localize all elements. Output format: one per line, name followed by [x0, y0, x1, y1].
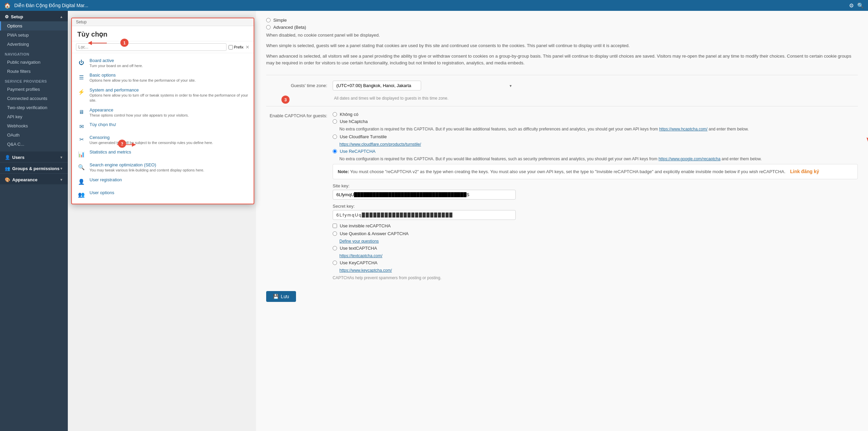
users-chevron: ▼	[60, 156, 63, 159]
captcha-radio-recaptcha[interactable]	[333, 149, 337, 153]
twostep-label: Two-step verification	[7, 105, 47, 110]
note-text: You must choose "reCAPTCHA v2" as the ty…	[350, 169, 786, 174]
timezone-select[interactable]: (UTC+07:00) Bangkok, Hanoi, Jakarta	[333, 81, 421, 90]
user-reg-title: User registration	[90, 177, 248, 182]
modal-search-input[interactable]	[76, 43, 226, 51]
settings-main: Simple Advanced (Beta) When disabled, no…	[256, 11, 868, 431]
hcaptcha-desc: No extra configuration is required for t…	[339, 126, 858, 132]
captcha-qa-label: Use Question & Answer CAPTCHA	[340, 231, 409, 236]
setup-icon: ⚙	[5, 14, 9, 19]
sidebar-item-options[interactable]: Options	[0, 21, 68, 30]
turnstile-link-row: https://www.cloudflare.com/products/turn…	[339, 141, 858, 147]
captcha-radio-hcaptcha[interactable]	[333, 119, 337, 124]
service-group-label: Service providers	[0, 76, 68, 85]
captcha-radio-key[interactable]	[333, 261, 337, 265]
captcha-radio-qa[interactable]	[333, 231, 337, 236]
link-register: Link đăng ký	[790, 169, 819, 174]
text-captcha-link[interactable]: https://textcaptcha.com/	[339, 253, 382, 258]
radio-advanced[interactable]	[266, 25, 271, 29]
sidebar-item-route-filters[interactable]: Route filters	[0, 67, 68, 76]
modal-item-seo[interactable]: 🔍 Search engine optimization (SEO) You m…	[72, 160, 254, 175]
seo-desc: You may tweak various link-building and …	[90, 168, 248, 173]
site-key-label: Site key:	[333, 183, 858, 188]
sidebar-item-public-nav[interactable]: Public navigation	[0, 58, 68, 67]
seo-title: Search engine optimization (SEO)	[90, 162, 248, 167]
captcha-none-row: Không có	[333, 112, 858, 117]
sidebar-item-pwa[interactable]: PWA setup	[0, 30, 68, 40]
modal-item-user-reg[interactable]: 👤 User registration	[72, 175, 254, 188]
sidebar-item-advertising[interactable]: Advertising	[0, 40, 68, 49]
sidebar-item-webhooks[interactable]: Webhooks	[0, 121, 68, 130]
appearance-label: Appearance	[12, 177, 37, 182]
prefix-check[interactable]	[229, 45, 233, 49]
recaptcha-link[interactable]: https://www.google.com/recaptcha	[658, 157, 721, 161]
sidebar-item-oauth[interactable]: OAuth	[0, 130, 68, 140]
sidebar-item-connected[interactable]: Connected accounts	[0, 94, 68, 103]
radio-advanced-row: Advanced (Beta)	[266, 25, 858, 30]
payment-label: Payment profiles	[7, 87, 40, 92]
site-key-input[interactable]	[333, 190, 516, 200]
nav-group-label: Navigation	[0, 49, 68, 58]
captcha-label: Enable CAPTCHA for guests:	[266, 112, 327, 118]
modal-item-appearance[interactable]: 🖥 Appearance These options control how y…	[72, 105, 254, 120]
captcha-text-label: Use textCAPTCHA	[340, 246, 377, 251]
sidebar-item-apikey[interactable]: API key	[0, 112, 68, 121]
setup-section-header[interactable]: ⚙ Setup ▲	[0, 11, 68, 21]
system-performance-icon: ⚡	[77, 88, 85, 96]
save-button[interactable]: 💾 Lưu	[266, 291, 296, 302]
radio-simple-row: Simple	[266, 18, 858, 23]
modal-item-system-performance[interactable]: ⚡ System and performance Options here al…	[72, 85, 254, 105]
save-row: 💾 Lưu	[266, 291, 858, 312]
sidebar-item-qna[interactable]: Q&A C...	[0, 140, 68, 149]
captcha-radio-none[interactable]	[333, 112, 337, 117]
users-section-header[interactable]: 👤 Users ▼	[0, 151, 68, 162]
modal-item-censoring[interactable]: ✂ Censoring User-generated text will be …	[72, 133, 254, 147]
hcaptcha-link[interactable]: https://www.hcaptcha.com/	[659, 127, 708, 131]
groups-section-header[interactable]: 👥 Groups & permissions ▼	[0, 163, 68, 173]
captcha-turnstile-label: Use Cloudflare Turnstile	[340, 134, 387, 139]
turnstile-link[interactable]: https://www.cloudflare.com/products/turn…	[339, 142, 421, 147]
modal-item-email[interactable]: ✉ Tùy chọn thư	[72, 120, 254, 133]
modal-close-icon[interactable]: ✕	[245, 44, 250, 50]
public-nav-label: Public navigation	[7, 60, 40, 65]
secret-key-input[interactable]	[333, 210, 516, 220]
sidebar-item-twostep[interactable]: Two-step verification	[0, 103, 68, 112]
appearance-section-header[interactable]: 🎨 Appearance ▼	[0, 174, 68, 184]
search-icon[interactable]: 🔍	[857, 2, 864, 9]
cookie-options-block: Simple Advanced (Beta) When disabled, no…	[266, 18, 858, 67]
basic-options-desc: Options here allow you to fine-tune the …	[90, 78, 248, 83]
prefix-checkbox[interactable]: Prefix	[229, 45, 243, 49]
system-performance-desc: Options here allow you to turn off or tw…	[90, 93, 248, 103]
options-label: Options	[7, 23, 22, 28]
site-title: Diễn Đàn Cộng Đồng Digital Mar...	[14, 3, 846, 8]
qa-link[interactable]: Define your questions	[339, 239, 379, 244]
home-icon[interactable]: 🏠	[4, 2, 11, 9]
sidebar-item-payment[interactable]: Payment profiles	[0, 85, 68, 94]
webhooks-label: Webhooks	[7, 123, 28, 128]
captcha-radio-text[interactable]	[333, 246, 337, 250]
save-label: Lưu	[281, 294, 289, 299]
invisible-recaptcha-check[interactable]	[333, 224, 337, 228]
email-title: Tùy chọn thư	[90, 122, 248, 127]
settings-icon[interactable]: ⚙	[849, 2, 854, 9]
captcha-radio-turnstile[interactable]	[333, 135, 337, 139]
topbar: 🏠 Diễn Đàn Cộng Đồng Digital Mar... ⚙ 🔍	[0, 0, 868, 11]
radio-simple[interactable]	[266, 18, 271, 22]
captcha-help: CAPTCHAs help prevent spammers from post…	[333, 275, 858, 280]
board-active-desc: Turn your board on and off here.	[90, 63, 248, 68]
email-icon: ✉	[77, 123, 85, 131]
recaptcha-note: Note: You must choose "reCAPTCHA v2" as …	[333, 164, 858, 179]
captcha-options: Không có Use hCaptcha No extra configura…	[333, 112, 858, 286]
key-captcha-link[interactable]: https://www.keycaptcha.com/	[339, 268, 392, 273]
modal-item-stats[interactable]: 📊 Statistics and metrics	[72, 147, 254, 160]
groups-icon: 👥	[5, 166, 10, 171]
desc-advanced: When advanced is selected, all visitors …	[266, 53, 858, 67]
modal-item-basic-options[interactable]: ☰ Basic options Options here allow you t…	[72, 70, 254, 85]
system-performance-title: System and performance	[90, 87, 248, 93]
modal-item-board-active[interactable]: ⏻ Board active Turn your board on and of…	[72, 56, 254, 70]
timezone-select-wrapper: (UTC+07:00) Bangkok, Hanoi, Jakarta	[333, 81, 516, 90]
connected-label: Connected accounts	[7, 96, 47, 101]
modal-item-user-options[interactable]: 👥 User options	[72, 188, 254, 201]
invisible-recaptcha-label: Use invisible reCAPTCHA	[340, 223, 391, 228]
setup-items: Options PWA setup Advertising Navigation…	[0, 21, 68, 149]
